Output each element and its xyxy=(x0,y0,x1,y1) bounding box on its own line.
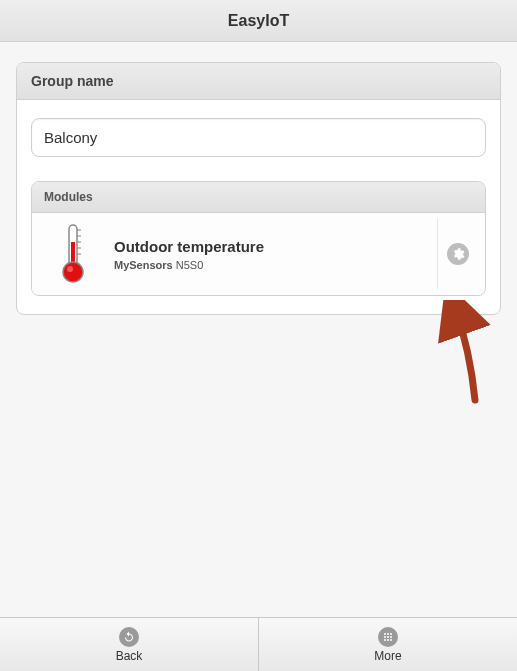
back-button[interactable]: Back xyxy=(0,618,259,671)
module-settings-button[interactable] xyxy=(437,219,477,289)
svg-point-11 xyxy=(387,633,389,635)
module-address: N5S0 xyxy=(176,259,204,271)
module-row[interactable]: Outdoor temperature MySensors N5S0 xyxy=(32,213,485,295)
footer-toolbar: Back More xyxy=(0,617,517,671)
svg-point-16 xyxy=(384,639,386,641)
thermometer-icon xyxy=(38,219,108,289)
app-title: EasyIoT xyxy=(228,12,289,30)
group-panel-body xyxy=(17,100,500,181)
module-subtitle: MySensors N5S0 xyxy=(114,259,437,271)
modules-panel: Modules Outdoor t xyxy=(31,181,486,296)
group-panel-header: Group name xyxy=(17,63,500,100)
svg-point-14 xyxy=(387,636,389,638)
main-content: Group name Modules xyxy=(0,42,517,335)
svg-point-13 xyxy=(384,636,386,638)
svg-point-2 xyxy=(63,262,83,282)
module-provider: MySensors xyxy=(114,259,173,271)
group-panel: Group name Modules xyxy=(16,62,501,315)
back-icon xyxy=(119,627,139,647)
svg-point-10 xyxy=(384,633,386,635)
svg-point-17 xyxy=(387,639,389,641)
more-button[interactable]: More xyxy=(259,618,517,671)
module-info: Outdoor temperature MySensors N5S0 xyxy=(108,238,437,271)
more-label: More xyxy=(374,649,401,663)
gear-icon xyxy=(447,243,469,265)
svg-point-12 xyxy=(390,633,392,635)
module-title: Outdoor temperature xyxy=(114,238,437,255)
svg-point-15 xyxy=(390,636,392,638)
app-header: EasyIoT xyxy=(0,0,517,42)
group-name-input[interactable] xyxy=(31,118,486,157)
back-label: Back xyxy=(116,649,143,663)
modules-panel-header: Modules xyxy=(32,182,485,213)
svg-point-18 xyxy=(390,639,392,641)
svg-point-3 xyxy=(67,266,73,272)
grid-icon xyxy=(378,627,398,647)
